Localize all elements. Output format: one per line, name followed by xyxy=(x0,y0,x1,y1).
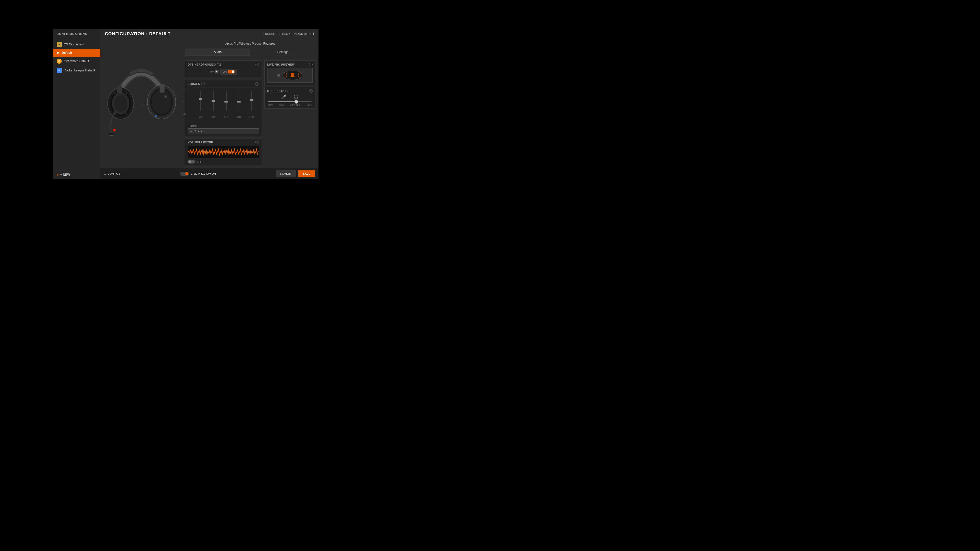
sidebar-item-label-csgo: CS:GO Default xyxy=(64,43,84,46)
eq-y-labels: +12 0 -12 xyxy=(183,87,187,115)
headset-area: SteelSeries xyxy=(100,39,182,168)
presets-dropdown[interactable]: ▼ Custom xyxy=(188,128,259,134)
dts-section: DTS HEADPHONE:X 7.1 ? dts X ON xyxy=(185,60,262,78)
dts-section-label: DTS HEADPHONE:X 7.1 xyxy=(188,63,221,66)
freq-label-300: 300 xyxy=(207,116,220,118)
sidetone-thumb[interactable] xyxy=(294,100,298,103)
eq-slider-8000[interactable] xyxy=(245,89,258,113)
mic-preview-help-icon[interactable]: ? xyxy=(309,63,313,66)
sidebar-item-default[interactable]: Default xyxy=(53,49,100,57)
product-features-title: Arctis Pro Wireless Product Features xyxy=(185,42,315,45)
freq-label-2500: 2500 xyxy=(232,116,245,118)
mic-preview-header: LIVE MIC PREVIEW ? xyxy=(267,63,313,66)
svg-rect-11 xyxy=(109,133,114,136)
dts-toggle-container: ON xyxy=(221,69,237,75)
eq-help-icon[interactable]: ? xyxy=(256,82,259,86)
presets-value: Custom xyxy=(194,130,257,133)
eq-y-top: +12 xyxy=(183,87,187,89)
mic-preview-section: LIVE MIC PREVIEW ? xyxy=(264,60,315,85)
sidebar-item-label-rocket: Rocket League Default xyxy=(64,68,95,72)
tab-settings[interactable]: Settings xyxy=(250,48,316,56)
svg-point-5 xyxy=(152,90,172,114)
sidetone-level-low: LOW xyxy=(279,104,284,106)
tabs-container: Audio Settings xyxy=(185,48,315,56)
volume-limiter-section: VOLUME LIMITER ? xyxy=(185,138,262,166)
volume-limiter-toggle[interactable] xyxy=(188,160,195,164)
svg-point-7 xyxy=(165,96,166,97)
content-area: SteelSeries Arctis Pro Wireless Product … xyxy=(100,39,318,168)
volume-limiter-header: VOLUME LIMITER ? xyxy=(188,141,259,144)
volume-limiter-help-icon[interactable]: ? xyxy=(256,141,259,144)
main-content: CONFIGURATION : DEFAULT PRODUCT INFORMAT… xyxy=(100,29,318,179)
eq-y-mid: 0 xyxy=(183,100,187,103)
sidetone-icons-row: 🎤 → 🎧 xyxy=(267,94,313,99)
mic-indicator-dot xyxy=(277,74,280,77)
sidebar-item-csgo[interactable]: cs CS:GO Default xyxy=(53,40,100,49)
mic-preview-label: LIVE MIC PREVIEW xyxy=(267,63,295,66)
volume-limiter-off-label: OFF xyxy=(197,160,202,163)
dts-x-badge: X xyxy=(215,70,218,73)
sidetone-level-medium: MEDIUM xyxy=(290,104,300,106)
svg-point-2 xyxy=(112,93,129,114)
sidebar-footer: + + NEW xyxy=(53,170,100,179)
dts-toggle-label: ON xyxy=(223,70,227,73)
dts-logo: dts X xyxy=(210,70,219,73)
right-panel: Arctis Pro Wireless Product Features Aud… xyxy=(182,39,318,168)
eq-sliders xyxy=(194,88,258,114)
mic-sidetone-help-icon[interactable]: ? xyxy=(309,89,313,93)
app-window: CONFIGURATIONS cs CS:GO Default Default … xyxy=(53,29,318,179)
sidetone-track[interactable] xyxy=(268,101,312,102)
sidetone-levels: OFF LOW MEDIUM HIGH xyxy=(268,104,312,106)
action-buttons: REVERT SAVE xyxy=(275,170,315,177)
bottom-bar: ≡ CONFIGS LIVE PREVIEW ON REVERT SAVE xyxy=(100,168,318,179)
info-icon: ℹ xyxy=(313,32,314,36)
panel-right: LIVE MIC PREVIEW ? xyxy=(264,60,315,166)
mic-preview-box xyxy=(267,68,313,83)
mic-sidetone-header: MIC SIDETONE ? xyxy=(267,89,313,93)
sidebar-item-overwatch[interactable]: ⊙ Overwatch Default xyxy=(53,57,100,66)
new-button-label: + NEW xyxy=(60,173,70,176)
product-info-label: PRODUCT INFORMATION AND HELP xyxy=(263,33,311,35)
revert-button[interactable]: REVERT xyxy=(275,170,296,177)
eq-slider-100[interactable] xyxy=(194,89,207,113)
page-title: CONFIGURATION : DEFAULT xyxy=(105,32,171,37)
presets-label: Presets xyxy=(188,124,259,127)
configs-button[interactable]: ≡ CONFIGS xyxy=(104,171,120,176)
mic-wave-visualization xyxy=(282,70,303,80)
headphones-icon: 🎧 xyxy=(293,94,299,99)
sidetone-level-off: OFF xyxy=(268,104,273,106)
eq-slider-900[interactable] xyxy=(220,89,232,113)
save-button[interactable]: SAVE xyxy=(298,170,315,177)
volume-limiter-toggle-knob xyxy=(188,160,191,163)
eq-section-label: EQUALIZER xyxy=(188,83,205,86)
product-info-link[interactable]: PRODUCT INFORMATION AND HELP ℹ xyxy=(263,32,314,36)
dts-toggle-switch[interactable] xyxy=(228,70,235,73)
live-preview-toggle[interactable] xyxy=(180,171,189,176)
svg-rect-9 xyxy=(160,84,165,93)
volume-limiter-label: VOLUME LIMITER xyxy=(188,141,213,144)
new-configuration-button[interactable]: + + NEW xyxy=(57,173,97,177)
configs-grid-icon: ≡ xyxy=(104,171,106,176)
volume-limiter-waveform xyxy=(188,146,259,159)
sidebar-item-label-overwatch: Overwatch Default xyxy=(64,59,89,63)
sidetone-fill xyxy=(268,101,297,102)
mic-icon: 🎤 xyxy=(281,94,286,99)
eq-container: +12 0 -12 xyxy=(188,87,259,123)
dts-text: dts xyxy=(210,70,214,73)
dts-help-icon[interactable]: ? xyxy=(256,63,259,66)
eq-y-bot: -12 xyxy=(183,113,187,115)
live-preview-label: LIVE PREVIEW ON xyxy=(191,172,216,175)
overwatch-icon: ⊙ xyxy=(57,59,62,64)
eq-slider-300[interactable] xyxy=(207,89,220,113)
sidebar-items: cs CS:GO Default Default ⊙ Overwatch Def… xyxy=(53,38,100,170)
dts-toggle-knob xyxy=(232,70,234,73)
sidebar-item-rocket[interactable]: RL Rocket League Default xyxy=(53,66,100,75)
eq-slider-2500[interactable] xyxy=(232,89,245,113)
headset-image: SteelSeries xyxy=(100,39,182,168)
svg-rect-17 xyxy=(290,76,295,76)
tab-audio[interactable]: Audio xyxy=(185,48,250,56)
equalizer-section: EQUALIZER ? +12 0 -12 xyxy=(185,80,262,136)
live-preview-container: LIVE PREVIEW ON xyxy=(180,171,216,176)
active-indicator xyxy=(57,52,59,54)
arrow-icon: → xyxy=(288,95,291,99)
